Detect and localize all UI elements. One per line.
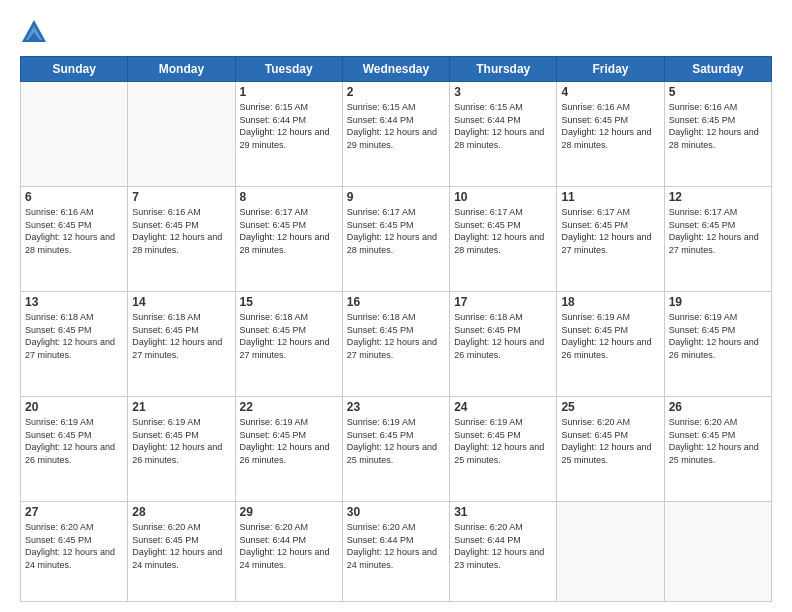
day-info: Sunrise: 6:16 AM Sunset: 6:45 PM Dayligh… bbox=[25, 206, 123, 256]
day-number: 10 bbox=[454, 190, 552, 204]
day-info: Sunrise: 6:20 AM Sunset: 6:44 PM Dayligh… bbox=[240, 521, 338, 571]
calendar-cell: 21Sunrise: 6:19 AM Sunset: 6:45 PM Dayli… bbox=[128, 397, 235, 502]
day-info: Sunrise: 6:19 AM Sunset: 6:45 PM Dayligh… bbox=[25, 416, 123, 466]
day-info: Sunrise: 6:18 AM Sunset: 6:45 PM Dayligh… bbox=[347, 311, 445, 361]
calendar-week-row: 1Sunrise: 6:15 AM Sunset: 6:44 PM Daylig… bbox=[21, 82, 772, 187]
day-info: Sunrise: 6:18 AM Sunset: 6:45 PM Dayligh… bbox=[25, 311, 123, 361]
calendar-cell: 24Sunrise: 6:19 AM Sunset: 6:45 PM Dayli… bbox=[450, 397, 557, 502]
day-number: 26 bbox=[669, 400, 767, 414]
day-info: Sunrise: 6:15 AM Sunset: 6:44 PM Dayligh… bbox=[240, 101, 338, 151]
calendar-cell: 12Sunrise: 6:17 AM Sunset: 6:45 PM Dayli… bbox=[664, 187, 771, 292]
day-info: Sunrise: 6:18 AM Sunset: 6:45 PM Dayligh… bbox=[454, 311, 552, 361]
day-number: 18 bbox=[561, 295, 659, 309]
weekday-header-sunday: Sunday bbox=[21, 57, 128, 82]
calendar-cell: 18Sunrise: 6:19 AM Sunset: 6:45 PM Dayli… bbox=[557, 292, 664, 397]
day-number: 12 bbox=[669, 190, 767, 204]
calendar-cell: 25Sunrise: 6:20 AM Sunset: 6:45 PM Dayli… bbox=[557, 397, 664, 502]
day-number: 19 bbox=[669, 295, 767, 309]
weekday-header-row: SundayMondayTuesdayWednesdayThursdayFrid… bbox=[21, 57, 772, 82]
day-number: 3 bbox=[454, 85, 552, 99]
day-number: 15 bbox=[240, 295, 338, 309]
day-number: 29 bbox=[240, 505, 338, 519]
calendar-cell: 27Sunrise: 6:20 AM Sunset: 6:45 PM Dayli… bbox=[21, 502, 128, 602]
day-number: 16 bbox=[347, 295, 445, 309]
weekday-header-saturday: Saturday bbox=[664, 57, 771, 82]
day-number: 13 bbox=[25, 295, 123, 309]
calendar-cell: 28Sunrise: 6:20 AM Sunset: 6:45 PM Dayli… bbox=[128, 502, 235, 602]
weekday-header-tuesday: Tuesday bbox=[235, 57, 342, 82]
day-info: Sunrise: 6:16 AM Sunset: 6:45 PM Dayligh… bbox=[561, 101, 659, 151]
day-info: Sunrise: 6:20 AM Sunset: 6:44 PM Dayligh… bbox=[454, 521, 552, 571]
day-info: Sunrise: 6:20 AM Sunset: 6:44 PM Dayligh… bbox=[347, 521, 445, 571]
day-number: 17 bbox=[454, 295, 552, 309]
calendar-week-row: 27Sunrise: 6:20 AM Sunset: 6:45 PM Dayli… bbox=[21, 502, 772, 602]
calendar-cell: 14Sunrise: 6:18 AM Sunset: 6:45 PM Dayli… bbox=[128, 292, 235, 397]
day-number: 2 bbox=[347, 85, 445, 99]
calendar-cell: 31Sunrise: 6:20 AM Sunset: 6:44 PM Dayli… bbox=[450, 502, 557, 602]
day-number: 23 bbox=[347, 400, 445, 414]
calendar-cell: 7Sunrise: 6:16 AM Sunset: 6:45 PM Daylig… bbox=[128, 187, 235, 292]
calendar-cell: 17Sunrise: 6:18 AM Sunset: 6:45 PM Dayli… bbox=[450, 292, 557, 397]
day-info: Sunrise: 6:20 AM Sunset: 6:45 PM Dayligh… bbox=[132, 521, 230, 571]
calendar-cell: 4Sunrise: 6:16 AM Sunset: 6:45 PM Daylig… bbox=[557, 82, 664, 187]
calendar-cell: 11Sunrise: 6:17 AM Sunset: 6:45 PM Dayli… bbox=[557, 187, 664, 292]
calendar-cell: 15Sunrise: 6:18 AM Sunset: 6:45 PM Dayli… bbox=[235, 292, 342, 397]
day-info: Sunrise: 6:15 AM Sunset: 6:44 PM Dayligh… bbox=[347, 101, 445, 151]
calendar-cell bbox=[128, 82, 235, 187]
day-info: Sunrise: 6:18 AM Sunset: 6:45 PM Dayligh… bbox=[240, 311, 338, 361]
day-info: Sunrise: 6:18 AM Sunset: 6:45 PM Dayligh… bbox=[132, 311, 230, 361]
day-info: Sunrise: 6:20 AM Sunset: 6:45 PM Dayligh… bbox=[561, 416, 659, 466]
day-number: 1 bbox=[240, 85, 338, 99]
calendar-week-row: 20Sunrise: 6:19 AM Sunset: 6:45 PM Dayli… bbox=[21, 397, 772, 502]
calendar-cell: 3Sunrise: 6:15 AM Sunset: 6:44 PM Daylig… bbox=[450, 82, 557, 187]
day-number: 20 bbox=[25, 400, 123, 414]
calendar-cell: 20Sunrise: 6:19 AM Sunset: 6:45 PM Dayli… bbox=[21, 397, 128, 502]
calendar-week-row: 13Sunrise: 6:18 AM Sunset: 6:45 PM Dayli… bbox=[21, 292, 772, 397]
day-number: 9 bbox=[347, 190, 445, 204]
day-info: Sunrise: 6:17 AM Sunset: 6:45 PM Dayligh… bbox=[561, 206, 659, 256]
calendar-cell: 22Sunrise: 6:19 AM Sunset: 6:45 PM Dayli… bbox=[235, 397, 342, 502]
day-info: Sunrise: 6:20 AM Sunset: 6:45 PM Dayligh… bbox=[25, 521, 123, 571]
page: SundayMondayTuesdayWednesdayThursdayFrid… bbox=[0, 0, 792, 612]
day-number: 7 bbox=[132, 190, 230, 204]
day-number: 8 bbox=[240, 190, 338, 204]
calendar-cell: 9Sunrise: 6:17 AM Sunset: 6:45 PM Daylig… bbox=[342, 187, 449, 292]
day-info: Sunrise: 6:19 AM Sunset: 6:45 PM Dayligh… bbox=[561, 311, 659, 361]
day-info: Sunrise: 6:19 AM Sunset: 6:45 PM Dayligh… bbox=[240, 416, 338, 466]
calendar-cell: 6Sunrise: 6:16 AM Sunset: 6:45 PM Daylig… bbox=[21, 187, 128, 292]
day-info: Sunrise: 6:20 AM Sunset: 6:45 PM Dayligh… bbox=[669, 416, 767, 466]
day-info: Sunrise: 6:19 AM Sunset: 6:45 PM Dayligh… bbox=[454, 416, 552, 466]
weekday-header-thursday: Thursday bbox=[450, 57, 557, 82]
calendar-cell: 23Sunrise: 6:19 AM Sunset: 6:45 PM Dayli… bbox=[342, 397, 449, 502]
calendar-week-row: 6Sunrise: 6:16 AM Sunset: 6:45 PM Daylig… bbox=[21, 187, 772, 292]
day-number: 21 bbox=[132, 400, 230, 414]
calendar-cell: 26Sunrise: 6:20 AM Sunset: 6:45 PM Dayli… bbox=[664, 397, 771, 502]
day-info: Sunrise: 6:16 AM Sunset: 6:45 PM Dayligh… bbox=[669, 101, 767, 151]
calendar-cell: 2Sunrise: 6:15 AM Sunset: 6:44 PM Daylig… bbox=[342, 82, 449, 187]
calendar-cell: 29Sunrise: 6:20 AM Sunset: 6:44 PM Dayli… bbox=[235, 502, 342, 602]
calendar-table: SundayMondayTuesdayWednesdayThursdayFrid… bbox=[20, 56, 772, 602]
day-info: Sunrise: 6:17 AM Sunset: 6:45 PM Dayligh… bbox=[347, 206, 445, 256]
day-number: 14 bbox=[132, 295, 230, 309]
day-info: Sunrise: 6:17 AM Sunset: 6:45 PM Dayligh… bbox=[669, 206, 767, 256]
logo bbox=[20, 18, 52, 46]
calendar-cell: 5Sunrise: 6:16 AM Sunset: 6:45 PM Daylig… bbox=[664, 82, 771, 187]
day-info: Sunrise: 6:19 AM Sunset: 6:45 PM Dayligh… bbox=[347, 416, 445, 466]
day-number: 4 bbox=[561, 85, 659, 99]
day-info: Sunrise: 6:15 AM Sunset: 6:44 PM Dayligh… bbox=[454, 101, 552, 151]
calendar-cell bbox=[21, 82, 128, 187]
calendar-cell bbox=[557, 502, 664, 602]
calendar-cell: 10Sunrise: 6:17 AM Sunset: 6:45 PM Dayli… bbox=[450, 187, 557, 292]
weekday-header-wednesday: Wednesday bbox=[342, 57, 449, 82]
day-info: Sunrise: 6:17 AM Sunset: 6:45 PM Dayligh… bbox=[240, 206, 338, 256]
day-number: 27 bbox=[25, 505, 123, 519]
weekday-header-monday: Monday bbox=[128, 57, 235, 82]
day-number: 25 bbox=[561, 400, 659, 414]
day-number: 24 bbox=[454, 400, 552, 414]
day-number: 31 bbox=[454, 505, 552, 519]
logo-icon bbox=[20, 18, 48, 46]
calendar-cell: 8Sunrise: 6:17 AM Sunset: 6:45 PM Daylig… bbox=[235, 187, 342, 292]
day-info: Sunrise: 6:16 AM Sunset: 6:45 PM Dayligh… bbox=[132, 206, 230, 256]
day-number: 6 bbox=[25, 190, 123, 204]
calendar-cell: 16Sunrise: 6:18 AM Sunset: 6:45 PM Dayli… bbox=[342, 292, 449, 397]
